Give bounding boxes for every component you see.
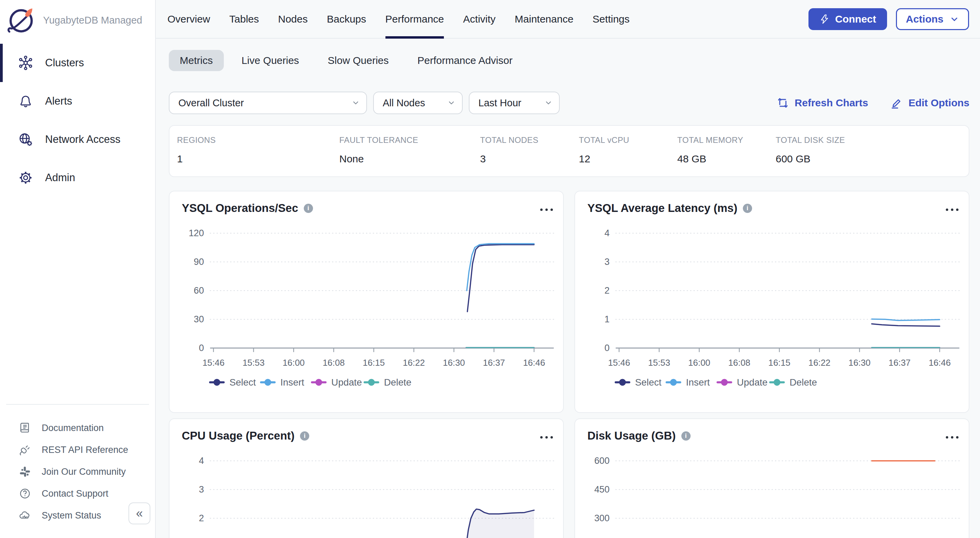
sidebar-item-clusters[interactable]: Clusters [0,44,155,82]
svg-text:Update: Update [331,377,362,388]
stat-regions: REGIONS 1 [177,135,339,177]
stat-total-nodes: TOTAL NODES 3 [480,135,579,177]
refresh-charts-link[interactable]: Refresh Charts [776,96,868,109]
book-icon [19,422,32,435]
subtab-metrics[interactable]: Metrics [169,50,224,71]
svg-text:16:08: 16:08 [728,358,750,368]
cluster-select[interactable]: Overall Cluster [169,92,367,114]
chart-card-cpu-usage: CPU Usage (Percent) 01234 [169,419,564,538]
chart-title: YSQL Operations/Sec [182,202,298,215]
info-icon[interactable] [743,204,752,213]
sidebar-item-contact-support[interactable]: Contact Support [0,482,155,505]
bell-icon [18,93,33,109]
info-icon[interactable] [681,431,690,441]
more-menu-icon[interactable] [946,433,958,439]
svg-text:15:53: 15:53 [243,358,265,368]
nodes-select[interactable]: All Nodes [373,92,463,114]
sidebar-item-label: REST API Reference [42,445,128,455]
cloud-status-icon [19,509,32,522]
sidebar-item-label: Network Access [45,133,121,146]
more-menu-icon[interactable] [946,206,958,211]
chevron-down-icon [351,99,360,107]
svg-text:15:46: 15:46 [202,358,224,368]
more-menu-icon[interactable] [540,433,553,439]
top-navigation: Overview Tables Nodes Backups Performanc… [156,0,980,39]
svg-text:16:46: 16:46 [523,358,546,368]
svg-text:0: 0 [605,343,609,353]
slack-icon [19,465,32,478]
svg-text:16:00: 16:00 [283,358,305,368]
stat-total-vcpu: TOTAL vCPU 12 [579,135,677,177]
svg-text:16:15: 16:15 [768,358,791,368]
tab-maintenance[interactable]: Maintenance [515,0,573,38]
svg-text:Insert: Insert [280,377,304,388]
sidebar-item-label: Alerts [45,95,72,107]
sidebar-item-label: Documentation [42,423,104,433]
svg-text:450: 450 [594,484,609,495]
svg-text:120: 120 [189,228,204,238]
tab-backups[interactable]: Backups [327,0,366,38]
chart-title: CPU Usage (Percent) [182,429,294,442]
svg-text:Update: Update [737,377,768,388]
sidebar-item-join-our-community[interactable]: Join Our Community [0,461,155,482]
info-icon[interactable] [304,204,313,213]
svg-text:16:30: 16:30 [443,358,465,368]
collapse-sidebar-button[interactable]: « [129,503,150,524]
svg-text:16:37: 16:37 [888,358,911,368]
chart-card-disk-usage: Disk Usage (GB) 0150300450600 [574,419,969,538]
pencil-icon [890,96,903,109]
svg-text:16:08: 16:08 [323,358,345,368]
ysql-latency-chart: 0123415:4615:5316:0016:0816:1516:2216:30… [575,191,969,412]
globe-gear-icon [18,132,33,147]
svg-text:60: 60 [194,285,204,296]
chart-card-ysql-operations: YSQL Operations/Sec 030609012015:4615:53… [169,191,564,413]
bolt-icon [819,14,830,24]
ysql-operations-chart: 030609012015:4615:5316:0016:0816:1516:22… [170,191,563,412]
tab-activity[interactable]: Activity [463,0,495,38]
chevron-down-icon [544,99,553,107]
tab-tables[interactable]: Tables [229,0,259,38]
tab-settings[interactable]: Settings [592,0,629,38]
edit-options-link[interactable]: Edit Options [890,96,969,109]
filter-row: Overall Cluster All Nodes Last Hour [169,92,969,114]
subtab-live-queries[interactable]: Live Queries [231,50,310,71]
svg-text:Insert: Insert [686,377,710,388]
svg-text:Select: Select [635,377,662,388]
tab-nodes[interactable]: Nodes [278,0,308,38]
clusters-icon [18,55,33,71]
sidebar-item-alerts[interactable]: Alerts [0,82,155,120]
subtab-performance-advisor[interactable]: Performance Advisor [407,50,523,71]
sidebar-item-network-access[interactable]: Network Access [0,120,155,159]
more-menu-icon[interactable] [540,206,553,211]
cluster-stats-card: REGIONS 1 FAULT TOLERANCE None TOTAL NOD… [169,125,969,177]
divider [6,404,149,405]
svg-text:30: 30 [194,314,204,325]
info-icon[interactable] [300,431,309,441]
performance-subtabs: Metrics Live Queries Slow Queries Perfor… [169,50,969,71]
svg-text:16:15: 16:15 [363,358,385,368]
sidebar: YugabyteDB Managed Clusters Alerts [0,0,156,538]
tab-overview[interactable]: Overview [167,0,210,38]
sidebar-item-label: Join Our Community [42,466,126,477]
charts-grid: YSQL Operations/Sec 030609012015:4615:53… [169,191,969,538]
svg-text:16:00: 16:00 [688,358,710,368]
refresh-icon [776,96,789,109]
sidebar-item-label: Clusters [45,57,84,69]
sidebar-item-rest-api-reference[interactable]: REST API Reference [0,439,155,461]
brand-title: YugabyteDB Managed [43,15,142,26]
sidebar-item-label: System Status [42,510,101,521]
svg-text:16:46: 16:46 [929,358,951,368]
actions-button[interactable]: Actions [896,8,969,30]
svg-text:0: 0 [199,343,204,353]
sidebar-item-documentation[interactable]: Documentation [0,417,155,439]
connect-button[interactable]: Connect [808,8,887,30]
svg-text:Select: Select [229,377,256,388]
sidebar-item-admin[interactable]: Admin [0,159,155,197]
time-range-select[interactable]: Last Hour [469,92,560,114]
tab-performance[interactable]: Performance [385,0,444,38]
svg-text:16:22: 16:22 [808,358,830,368]
chevron-down-icon [950,14,959,24]
subtab-slow-queries[interactable]: Slow Queries [317,50,399,71]
svg-text:4: 4 [605,228,609,238]
stat-total-memory: TOTAL MEMORY 48 GB [677,135,776,177]
